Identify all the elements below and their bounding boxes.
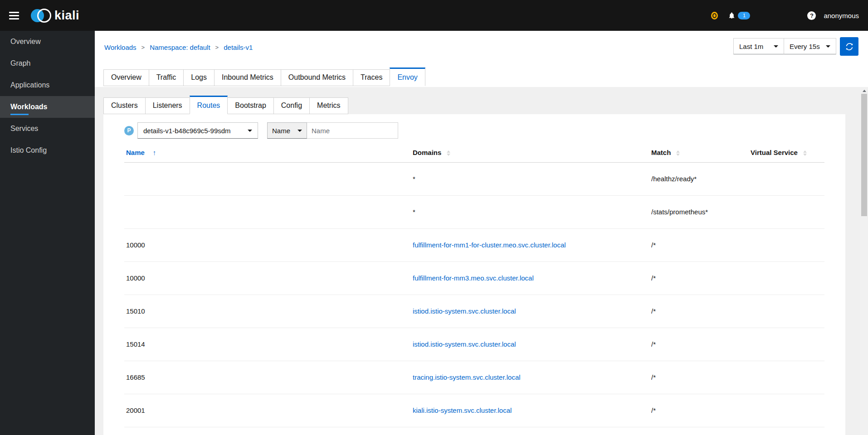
subtab-listeners[interactable]: Listeners bbox=[145, 97, 190, 114]
table-row: 16685tracing.istio-system.svc.cluster.lo… bbox=[124, 361, 824, 394]
tab-outbound-metrics[interactable]: Outbound Metrics bbox=[281, 69, 353, 86]
cell-domains: tracing.istio-system.svc.cluster.local bbox=[413, 361, 651, 394]
tab-overview[interactable]: Overview bbox=[103, 69, 149, 86]
subtab-metrics[interactable]: Metrics bbox=[309, 97, 348, 114]
domain-link[interactable]: tracing.istio-system.svc.cluster.local bbox=[413, 373, 521, 381]
sort-down-icon bbox=[676, 154, 680, 156]
table-row: 10000fulfillment-for-mm3.meo.svc.cluster… bbox=[124, 261, 824, 295]
scrollbar-thumb[interactable] bbox=[861, 94, 867, 216]
filter-type-value: Name bbox=[272, 127, 290, 135]
sync-icon bbox=[845, 43, 853, 51]
cell-match: /* bbox=[651, 228, 751, 261]
domain-text: * bbox=[413, 208, 415, 216]
breadcrumb-item-workloads[interactable]: Workloads bbox=[104, 44, 137, 51]
cell-name: 10000 bbox=[124, 261, 413, 295]
sidebar-item-overview[interactable]: Overview bbox=[0, 31, 95, 53]
subtab-bootstrap[interactable]: Bootstrap bbox=[227, 97, 273, 114]
route-filter-input[interactable] bbox=[307, 122, 398, 139]
breadcrumb: Workloads>Namespace: default>details-v1 bbox=[104, 44, 253, 51]
domain-link[interactable]: fulfillment-for-mm3.meo.svc.cluster.loca… bbox=[413, 274, 534, 282]
app-masthead: kiali 1 ? anonymous bbox=[0, 0, 868, 31]
column-header-match[interactable]: Match bbox=[651, 143, 751, 162]
cell-name: 20001 bbox=[124, 394, 413, 427]
envoy-subtabs: ClustersListenersRoutesBootstrapConfigMe… bbox=[103, 97, 868, 114]
column-header-label: Virtual Service bbox=[751, 149, 798, 156]
sidebar-item-label: Applications bbox=[10, 81, 49, 89]
tab-logs[interactable]: Logs bbox=[183, 69, 215, 86]
cell-virtual-service bbox=[751, 295, 824, 328]
cell-match: /* bbox=[651, 361, 751, 394]
table-row: */healthz/ready* bbox=[124, 162, 824, 195]
routes-table-body: */healthz/ready**/stats/prometheus*10000… bbox=[124, 162, 824, 427]
sort-down-icon bbox=[803, 154, 807, 156]
pod-dropdown-value: details-v1-b48c969c5-99sdm bbox=[143, 127, 231, 135]
kiali-brand[interactable]: kiali bbox=[31, 9, 79, 23]
sidebar-item-label: Istio Config bbox=[10, 146, 47, 155]
cell-virtual-service bbox=[751, 328, 824, 361]
tab-traces[interactable]: Traces bbox=[353, 69, 390, 86]
sort-icon bbox=[803, 150, 807, 156]
breadcrumb-item-namespace-default[interactable]: Namespace: default bbox=[150, 44, 210, 51]
time-toolbar: Last 1m Every 15s bbox=[733, 38, 858, 56]
domain-link[interactable]: kiali.istio-system.svc.cluster.local bbox=[413, 406, 512, 414]
subtab-config[interactable]: Config bbox=[273, 97, 310, 114]
cell-virtual-service bbox=[751, 261, 824, 295]
cell-match: /* bbox=[651, 261, 751, 295]
refresh-interval-dropdown[interactable]: Every 15s bbox=[784, 38, 836, 54]
table-row: */stats/prometheus* bbox=[124, 195, 824, 228]
filter-type-dropdown[interactable]: Name bbox=[267, 122, 307, 139]
domain-link[interactable]: istiod.istio-system.svc.cluster.local bbox=[413, 307, 516, 315]
brand-name: kiali bbox=[54, 9, 79, 23]
istio-status-icon[interactable] bbox=[711, 12, 718, 19]
sort-up-icon bbox=[447, 150, 450, 153]
cell-domains: * bbox=[413, 162, 651, 195]
refresh-interval-value: Every 15s bbox=[790, 43, 820, 50]
duration-dropdown[interactable]: Last 1m bbox=[733, 38, 784, 54]
sidebar-item-workloads[interactable]: Workloads bbox=[0, 96, 95, 118]
cell-domains: fulfillment-for-mm3.meo.svc.cluster.loca… bbox=[413, 261, 651, 295]
domain-link[interactable]: istiod.istio-system.svc.cluster.local bbox=[413, 340, 516, 348]
nav-toggle-hamburger-icon[interactable] bbox=[9, 12, 19, 19]
sidebar-item-services[interactable]: Services bbox=[0, 118, 95, 140]
chevron-down-icon bbox=[774, 45, 778, 48]
username-menu[interactable]: anonymous bbox=[824, 12, 859, 19]
sidebar-item-applications[interactable]: Applications bbox=[0, 74, 95, 96]
sidebar-item-label: Services bbox=[10, 125, 38, 133]
refresh-button[interactable] bbox=[840, 37, 858, 56]
column-header-domains[interactable]: Domains bbox=[413, 143, 651, 162]
scroll-up-icon[interactable] bbox=[863, 90, 866, 92]
pod-dropdown[interactable]: details-v1-b48c969c5-99sdm bbox=[137, 122, 258, 139]
vertical-scrollbar[interactable] bbox=[860, 87, 868, 435]
domain-text: * bbox=[413, 175, 415, 183]
subtab-clusters[interactable]: Clusters bbox=[103, 97, 146, 114]
column-header-virtual-service[interactable]: Virtual Service bbox=[751, 143, 824, 162]
sidebar-item-graph[interactable]: Graph bbox=[0, 53, 95, 74]
sort-icon bbox=[676, 150, 680, 156]
cell-name bbox=[124, 162, 413, 195]
breadcrumb-item-details-v1[interactable]: details-v1 bbox=[224, 44, 253, 51]
routes-table-header-row: Name↑DomainsMatchVirtual Service bbox=[124, 143, 824, 162]
table-row: 20001kiali.istio-system.svc.cluster.loca… bbox=[124, 394, 824, 427]
cell-virtual-service bbox=[751, 361, 824, 394]
sort-up-icon bbox=[676, 150, 680, 153]
column-header-label: Match bbox=[651, 149, 671, 156]
chevron-down-icon bbox=[826, 45, 830, 48]
subtab-routes[interactable]: Routes bbox=[190, 96, 228, 114]
sort-ascending-icon: ↑ bbox=[153, 149, 156, 156]
cell-match: /* bbox=[651, 394, 751, 427]
routes-card: P details-v1-b48c969c5-99sdm Name Name↑D… bbox=[103, 114, 845, 435]
tab-inbound-metrics[interactable]: Inbound Metrics bbox=[214, 69, 281, 86]
notifications-button[interactable]: 1 bbox=[728, 12, 750, 19]
domain-link[interactable]: fulfillment-for-mm1-for-cluster.meo.svc.… bbox=[413, 241, 566, 249]
sidebar-item-istio-config[interactable]: Istio Config bbox=[0, 140, 95, 161]
column-header-name[interactable]: Name↑ bbox=[124, 143, 413, 162]
tab-envoy[interactable]: Envoy bbox=[390, 68, 425, 86]
table-row: 15014istiod.istio-system.svc.cluster.loc… bbox=[124, 328, 824, 361]
cell-match: /stats/prometheus* bbox=[651, 195, 751, 228]
cell-match: /* bbox=[651, 295, 751, 328]
tab-traffic[interactable]: Traffic bbox=[149, 69, 184, 86]
breadcrumb-separator-icon: > bbox=[141, 44, 145, 51]
help-icon[interactable]: ? bbox=[807, 11, 816, 20]
masthead-right-group: 1 ? anonymous bbox=[711, 0, 859, 31]
sidebar-item-label: Graph bbox=[10, 59, 30, 68]
